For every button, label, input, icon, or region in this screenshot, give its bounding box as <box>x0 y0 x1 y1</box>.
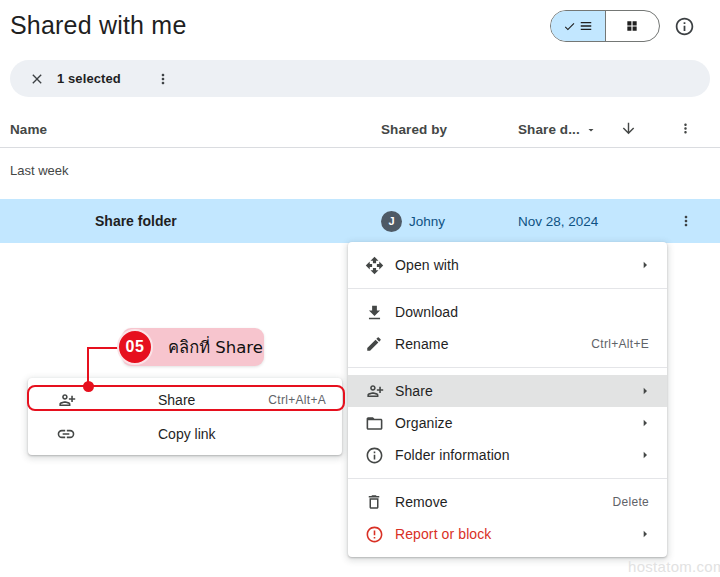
header-divider <box>0 147 720 148</box>
list-view-button[interactable] <box>551 11 606 41</box>
file-name: Share folder <box>95 213 177 229</box>
share-date: Nov 28, 2024 <box>518 214 598 229</box>
details-button[interactable] <box>672 14 696 38</box>
submenu-arrow-icon <box>635 383 655 399</box>
menu-item-organize[interactable]: Organize <box>348 407 667 439</box>
download-icon <box>364 303 384 322</box>
share-submenu: Share Ctrl+Alt+A Copy link <box>28 378 342 455</box>
shortcut-label: Ctrl+Alt+A <box>268 393 326 407</box>
sharer-avatar: J <box>381 211 402 232</box>
submenu-arrow-icon <box>635 415 655 431</box>
watermark: hostatom.com <box>628 558 720 575</box>
submenu-item-copy-link[interactable]: Copy link <box>28 419 342 449</box>
sharer-name: Johny <box>409 214 445 229</box>
column-header-share-date[interactable]: Share d... <box>518 122 597 137</box>
submenu-item-share[interactable]: Share Ctrl+Alt+A <box>28 385 342 415</box>
sort-direction-button[interactable] <box>620 120 637 141</box>
context-menu-section-file: Download Rename Ctrl+Alt+E <box>348 289 667 368</box>
menu-item-open-with[interactable]: Open with <box>348 249 667 281</box>
context-menu-section-open: Open with <box>348 242 667 289</box>
submenu-arrow-icon <box>635 526 655 542</box>
menu-item-share[interactable]: Share <box>348 375 667 407</box>
context-menu-section-share: Share Organize Folder information <box>348 368 667 479</box>
menu-item-download[interactable]: Download <box>348 296 667 328</box>
column-header-name[interactable]: Name <box>10 122 47 137</box>
info-icon <box>364 446 384 465</box>
column-settings-button[interactable] <box>678 121 693 140</box>
trash-icon <box>364 493 384 511</box>
link-icon <box>56 424 76 444</box>
more-vertical-icon <box>155 71 171 87</box>
person-add-icon <box>56 391 76 410</box>
info-icon <box>674 16 695 37</box>
page-title: Shared with me <box>10 11 187 40</box>
check-icon <box>563 20 576 33</box>
annotation-pointer-dot <box>83 381 94 392</box>
rename-icon <box>364 335 384 353</box>
grid-view-button[interactable] <box>606 11 660 41</box>
menu-item-report-or-block[interactable]: Report or block <box>348 518 667 550</box>
menu-item-folder-information[interactable]: Folder information <box>348 439 667 471</box>
selection-more-button[interactable] <box>151 67 175 91</box>
list-icon <box>579 19 593 33</box>
report-icon <box>364 525 384 544</box>
view-toggle <box>550 10 660 42</box>
row-more-button[interactable] <box>674 209 698 233</box>
shared-with-me-page: Shared with me 1 selected <box>0 0 720 577</box>
submenu-arrow-icon <box>635 257 655 273</box>
step-number-badge: 05 <box>117 329 153 365</box>
submenu-arrow-icon <box>635 447 655 463</box>
group-label: Last week <box>10 163 69 178</box>
annotation-text: คลิกที่ Share <box>168 334 263 360</box>
close-icon <box>29 71 45 87</box>
menu-item-rename[interactable]: Rename Ctrl+Alt+E <box>348 328 667 360</box>
clear-selection-button[interactable] <box>25 67 49 91</box>
context-menu-section-remove: Remove Delete Report or block <box>348 479 667 557</box>
selection-toolbar: 1 selected <box>10 60 710 97</box>
annotation-connector <box>87 347 120 350</box>
file-row-share-folder[interactable]: Share folder J Johny Nov 28, 2024 <box>0 199 720 243</box>
context-menu: Open with Download Rename Ctrl+Alt+E <box>348 242 667 557</box>
caret-down-icon <box>585 124 597 136</box>
selected-count-label: 1 selected <box>57 71 121 86</box>
shortcut-label: Delete <box>613 495 650 509</box>
menu-item-remove[interactable]: Remove Delete <box>348 486 667 518</box>
grid-icon <box>625 19 639 33</box>
person-add-icon <box>364 382 384 401</box>
column-header-shared-by[interactable]: Shared by <box>381 122 447 137</box>
folder-open-icon <box>364 414 384 433</box>
shortcut-label: Ctrl+Alt+E <box>591 337 649 351</box>
open-with-icon <box>364 256 384 275</box>
more-vertical-icon <box>678 121 693 136</box>
arrow-down-icon <box>620 120 637 137</box>
